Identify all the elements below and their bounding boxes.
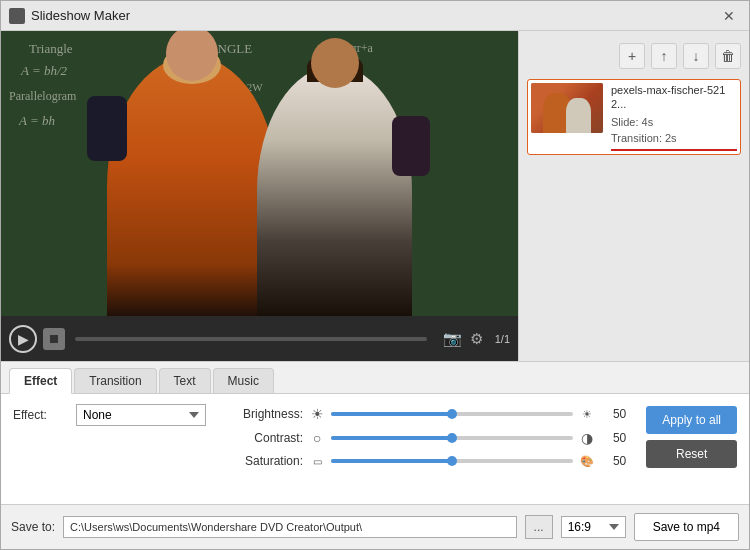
move-up-button[interactable]: ↑	[651, 43, 677, 69]
saturation-icon-left: ▭	[309, 456, 325, 467]
person-1	[107, 56, 277, 316]
contrast-icon-left: ○	[309, 430, 325, 446]
effect-panel: Effect: None Black & White Sepia Blur Sh…	[1, 394, 749, 504]
brightness-icon-left: ☀	[309, 406, 325, 422]
contrast-label: Contrast:	[233, 431, 303, 445]
backpack-1	[87, 96, 127, 161]
thumb-transition-duration: Transition: 2s	[611, 130, 737, 147]
tab-music[interactable]: Music	[213, 368, 274, 393]
thumbnail-item-1[interactable]: pexels-max-fischer-5212... Slide: 4s Tra…	[527, 79, 741, 155]
progress-bar[interactable]	[75, 337, 427, 341]
reset-button[interactable]: Reset	[646, 440, 737, 468]
thumb-name-1: pexels-max-fischer-5212...	[611, 83, 737, 112]
saturation-label: Saturation:	[233, 454, 303, 468]
brightness-thumb	[447, 409, 457, 419]
chalkboard-scene: Triangle RECTANGLE A = bh/2 A = L × W Pa…	[1, 31, 518, 316]
formula-1: Triangle	[29, 41, 73, 57]
brightness-row: Brightness: ☀ ☀ 50	[233, 406, 626, 422]
video-area: Triangle RECTANGLE A = bh/2 A = L × W Pa…	[1, 31, 518, 316]
aspect-ratio-select[interactable]: 16:9 4:3 1:1 9:16	[561, 516, 626, 538]
save-bar: Save to: C:\Users\ws\Documents\Wondersha…	[1, 504, 749, 549]
brightness-icon-right: ☀	[579, 408, 595, 421]
save-label: Save to:	[11, 520, 55, 534]
window-title: Slideshow Maker	[31, 8, 717, 23]
brightness-fill	[331, 412, 452, 416]
contrast-icon-right: ◑	[579, 430, 595, 446]
thumb-red-line	[611, 149, 737, 151]
backpack-2	[392, 116, 430, 176]
ctrl-icons: 📷 ⚙	[441, 328, 485, 350]
add-slide-button[interactable]: +	[619, 43, 645, 69]
bottom-section: Effect Transition Text Music Effect: Non…	[1, 361, 749, 549]
delete-slide-button[interactable]: 🗑	[715, 43, 741, 69]
tab-transition[interactable]: Transition	[74, 368, 156, 393]
title-bar: Slideshow Maker ✕	[1, 1, 749, 31]
effect-row: Effect: None Black & White Sepia Blur Sh…	[13, 404, 213, 426]
apply-to-all-button[interactable]: Apply to all	[646, 406, 737, 434]
thumb-person-2	[566, 98, 591, 133]
settings-icon[interactable]: ⚙	[468, 328, 485, 350]
stop-button[interactable]	[43, 328, 65, 350]
move-down-button[interactable]: ↓	[683, 43, 709, 69]
action-buttons: Apply to all Reset	[646, 404, 737, 468]
scene-people	[1, 74, 518, 316]
browse-button[interactable]: ...	[525, 515, 553, 539]
thumb-img-inner-1	[531, 83, 603, 133]
play-button[interactable]: ▶	[9, 325, 37, 353]
tab-effect[interactable]: Effect	[9, 368, 72, 394]
contrast-slider[interactable]	[331, 436, 573, 440]
panel-controls: + ↑ ↓ 🗑	[527, 39, 741, 73]
thumbnail-panel: + ↑ ↓ 🗑 pexels-max-fischer-5212...	[519, 31, 749, 361]
saturation-icon-right: 🎨	[579, 455, 595, 468]
effect-left: Effect: None Black & White Sepia Blur Sh…	[13, 404, 213, 426]
saturation-fill	[331, 459, 452, 463]
close-button[interactable]: ✕	[717, 4, 741, 28]
thumb-slide-duration: Slide: 4s	[611, 114, 737, 131]
thumb-people	[531, 93, 603, 133]
saturation-thumb	[447, 456, 457, 466]
thumb-info-1: pexels-max-fischer-5212... Slide: 4s Tra…	[611, 83, 737, 151]
time-display: 1/1	[495, 333, 510, 345]
app-icon	[9, 8, 25, 24]
effect-label: Effect:	[13, 408, 68, 422]
saturation-row: Saturation: ▭ 🎨 50	[233, 454, 626, 468]
brightness-value: 50	[601, 407, 626, 421]
contrast-thumb	[447, 433, 457, 443]
player-panel: Triangle RECTANGLE A = bh/2 A = L × W Pa…	[1, 31, 519, 361]
save-path: C:\Users\ws\Documents\Wondershare DVD Cr…	[63, 516, 517, 538]
contrast-row: Contrast: ○ ◑ 50	[233, 430, 626, 446]
brightness-slider[interactable]	[331, 412, 573, 416]
saturation-slider[interactable]	[331, 459, 573, 463]
tabs-bar: Effect Transition Text Music	[1, 362, 749, 394]
sliders-column: Brightness: ☀ ☀ 50 Contrast: ○	[233, 404, 626, 468]
saturation-value: 50	[601, 454, 626, 468]
save-mp4-button[interactable]: Save to mp4	[634, 513, 739, 541]
contrast-value: 50	[601, 431, 626, 445]
main-content: Triangle RECTANGLE A = bh/2 A = L × W Pa…	[1, 31, 749, 361]
main-window: Slideshow Maker ✕ Triangle RECTANGLE A =…	[0, 0, 750, 550]
person-2-head	[311, 38, 359, 88]
snapshot-icon[interactable]: 📷	[441, 328, 464, 350]
tab-text[interactable]: Text	[159, 368, 211, 393]
controls-bar: ▶ 📷 ⚙ 1/1	[1, 316, 518, 361]
effect-select[interactable]: None Black & White Sepia Blur Sharpen	[76, 404, 206, 426]
brightness-label: Brightness:	[233, 407, 303, 421]
thumb-image-1	[531, 83, 603, 133]
person-2	[257, 66, 412, 316]
contrast-fill	[331, 436, 452, 440]
